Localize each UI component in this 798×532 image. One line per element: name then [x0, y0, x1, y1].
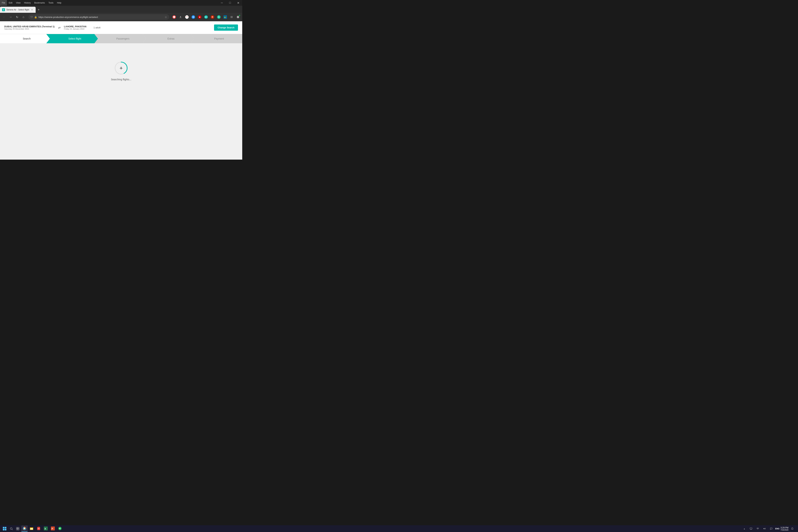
close-button[interactable]: ✕ [234, 0, 242, 6]
extension2-icon[interactable]: ■ [197, 14, 203, 20]
step-search[interactable]: Search [0, 34, 50, 43]
origin-location: DUBAI, UNITED ARAB EMIRATES (Terminal 1)… [4, 25, 55, 30]
active-tab[interactable]: S Serene Air - Select flight ✕ [0, 7, 36, 13]
step-passengers[interactable]: Passengers [94, 34, 146, 43]
menu-tools[interactable]: Tools [46, 0, 55, 6]
new-tab-button[interactable]: + [36, 7, 42, 13]
maximize-button[interactable]: □ [226, 0, 234, 6]
menu-help[interactable]: Help [55, 0, 63, 6]
green-dot-icon [235, 14, 241, 20]
menu-view[interactable]: View [14, 0, 22, 6]
scratchpad-icon[interactable]: SC [203, 14, 209, 20]
tab-bar: S Serene Air - Select flight ✕ + [0, 6, 242, 13]
home-button[interactable]: ⌂ [21, 14, 26, 20]
forward-button[interactable]: → [8, 14, 14, 20]
svg-point-0 [237, 16, 239, 18]
destination-date: Friday 21 January 2022 [64, 28, 87, 30]
passenger-count: 1 adult [93, 26, 100, 29]
minimize-button[interactable]: ─ [218, 0, 226, 6]
gmail-icon[interactable] [184, 14, 190, 20]
flight-info-left: DUBAI, UNITED ARAB EMIRATES (Terminal 1)… [4, 25, 100, 30]
menu-edit[interactable]: Edit [7, 0, 14, 6]
title-bar: File Edit View History Bookmarks Tools H… [0, 0, 242, 6]
back-button[interactable]: ← [1, 14, 7, 20]
another-icon[interactable]: 🐢 [222, 14, 228, 20]
progress-steps: Search Select flight Passengers Extras P… [0, 34, 242, 43]
destination-location: LAHORE, PAKISTAN Friday 21 January 2022 [64, 25, 87, 30]
webpage: DUBAI, UNITED ARAB EMIRATES (Terminal 1)… [0, 21, 242, 159]
nav-bar: ← → ↻ ⌂ 🛡 🔒 https://serene-production-ez… [0, 13, 242, 21]
loading-spinner [114, 61, 128, 75]
step-extras-label: Extras [167, 37, 174, 40]
main-content: Searching flights... [0, 43, 242, 81]
origin-city: DUBAI, UNITED ARAB EMIRATES (Terminal 1) [4, 25, 55, 28]
step-payment-label: Payment [214, 37, 224, 40]
step-passengers-label: Passengers [116, 37, 130, 40]
download-icon[interactable] [178, 14, 183, 20]
step-select-flight[interactable]: Select flight [46, 34, 98, 43]
destination-city: LAHORE, PAKISTAN [64, 25, 87, 28]
step-extras[interactable]: Extras [142, 34, 194, 43]
refresh-button[interactable]: ↻ [14, 14, 20, 20]
swap-icon: ⇄ [58, 26, 60, 29]
address-bar[interactable]: 🛡 🔒 https://serene-production-ezycommerc… [28, 14, 169, 20]
address-url[interactable]: https://serene-production-ezycommerce.ez… [38, 16, 163, 18]
nav-icons-right: M ■ SC R G 🐢 [171, 14, 241, 20]
pocket-icon[interactable] [171, 14, 177, 20]
step-payment[interactable]: Payment [191, 34, 242, 43]
bookmark-star-icon[interactable]: ☆ [165, 15, 167, 19]
loading-container: Searching flights... [111, 61, 131, 81]
tab-close-button[interactable]: ✕ [31, 8, 34, 11]
menu-bar: File Edit View History Bookmarks Tools H… [0, 0, 63, 6]
menu-icon[interactable] [229, 14, 234, 20]
flight-info-bar: DUBAI, UNITED ARAB EMIRATES (Terminal 1)… [0, 21, 242, 34]
step-select-flight-label: Select flight [69, 37, 81, 40]
title-bar-controls: ─ □ ✕ [218, 0, 242, 6]
menu-bookmarks[interactable]: Bookmarks [33, 0, 46, 6]
origin-date: Saturday 25 December 2021 [4, 28, 55, 30]
tab-favicon: S [2, 8, 5, 11]
extension1-icon[interactable]: M [190, 14, 196, 20]
change-search-button[interactable]: Change Search [214, 24, 238, 31]
searching-text: Searching flights... [111, 78, 131, 81]
menu-file[interactable]: File [0, 0, 7, 6]
grammarly-icon[interactable]: G [216, 14, 222, 20]
reddit-icon[interactable]: R [210, 14, 215, 20]
step-search-label: Search [23, 37, 31, 40]
menu-history[interactable]: History [22, 0, 33, 6]
shield-icon: 🛡 [31, 16, 33, 18]
lock-icon: 🔒 [34, 16, 37, 18]
tab-title: Serene Air - Select flight [6, 8, 29, 11]
